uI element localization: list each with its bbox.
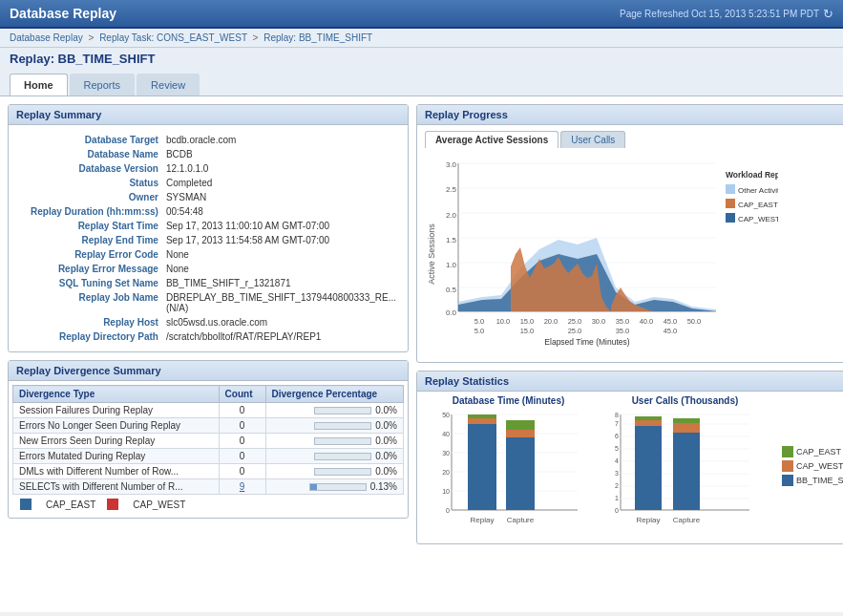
replay-progress-section: Replay Progress Average Active Sessions … [416, 104, 843, 363]
legend-swatch [107, 499, 118, 510]
summary-label: Database Target [16, 133, 162, 147]
svg-text:5.0: 5.0 [474, 327, 484, 335]
legend-bb-time-label: BB_TIME_SHI... [796, 476, 843, 485]
svg-text:CAP_WEST: CAP_WEST [738, 215, 778, 223]
svg-text:Workload Replayed: Workload Replayed [726, 170, 778, 180]
div-type: New Errors Seen During Replay [13, 434, 220, 449]
chart-tab-bar: Average Active Sessions User Calls [417, 125, 843, 148]
div-count: 0 [219, 449, 265, 464]
stats-legend: CAP_EAST CAP_WEST BB_TIME_SHI... [778, 395, 843, 536]
summary-label: Database Name [16, 147, 162, 161]
db-time-chart: Database Time (Minutes) 0 10 20 30 [425, 395, 592, 536]
app-title: Database Replay [10, 6, 116, 21]
svg-text:3: 3 [615, 470, 619, 477]
svg-text:5.0: 5.0 [474, 317, 484, 326]
svg-text:0.0: 0.0 [446, 308, 457, 317]
svg-rect-87 [673, 423, 700, 433]
user-calls-title: User Calls (Thousands) [601, 395, 769, 406]
breadcrumb: Database Replay > Replay Task: CONS_EAST… [0, 29, 843, 48]
div-type: Errors No Longer Seen During Replay [13, 418, 220, 434]
tab-reports[interactable]: Reports [70, 74, 136, 96]
replay-progress-body: Average Active Sessions User Calls Activ… [417, 125, 843, 362]
svg-text:3.0: 3.0 [446, 160, 457, 169]
breadcrumb-item-3: Replay: BB_TIME_SHIFT [263, 32, 372, 43]
svg-text:5: 5 [615, 445, 619, 452]
svg-text:0: 0 [615, 507, 619, 514]
chart-tab-avg-sessions[interactable]: Average Active Sessions [425, 131, 558, 148]
breadcrumb-sep-1: > [89, 32, 97, 43]
refresh-icon[interactable]: ↻ [823, 7, 833, 21]
svg-text:Elapsed Time (Minutes): Elapsed Time (Minutes) [544, 337, 629, 347]
tab-home[interactable]: Home [10, 74, 68, 96]
svg-text:30.0: 30.0 [592, 317, 606, 326]
legend-cap-east-label: CAP_EAST [796, 447, 841, 457]
div-pct: 0.0% [265, 403, 403, 418]
div-col-pct: Divergence Percentage [265, 386, 403, 403]
svg-rect-41 [726, 213, 735, 223]
legend-cap-west-swatch [782, 460, 793, 472]
summary-value: 00:54:48 [162, 204, 400, 219]
legend-bb-time: BB_TIME_SHI... [782, 475, 843, 486]
summary-label: Database Version [16, 161, 162, 176]
svg-text:Capture: Capture [507, 516, 535, 524]
summary-label: Replay Start Time [16, 219, 162, 233]
summary-value: None [162, 247, 400, 262]
breadcrumb-item-1[interactable]: Database Replay [10, 32, 83, 43]
summary-value: DBREPLAY_BB_TIME_SHIFT_1379440800333_RE.… [162, 290, 400, 315]
svg-text:50: 50 [442, 412, 450, 418]
replay-statistics-header: Replay Statistics [417, 372, 843, 392]
svg-text:1.5: 1.5 [446, 236, 457, 244]
legend-cap-west: CAP_WEST [782, 460, 843, 472]
div-type: Session Failures During Replay [13, 403, 220, 418]
legend-cap-east-swatch [782, 446, 793, 457]
svg-text:1: 1 [615, 495, 619, 501]
divergence-legend: CAP_EASTCAP_WEST [12, 495, 404, 514]
svg-text:15.0: 15.0 [520, 327, 535, 335]
svg-text:10.0: 10.0 [496, 317, 511, 326]
div-count: 0 [219, 434, 265, 449]
svg-rect-84 [635, 420, 662, 426]
svg-rect-60 [506, 430, 535, 437]
div-type: SELECTs with Different Number of R... [13, 479, 220, 495]
legend-bb-time-swatch [782, 475, 793, 486]
summary-label: Replay Duration (hh:mm:ss) [16, 204, 162, 219]
summary-label: Replay Error Code [16, 247, 162, 262]
svg-text:25.0: 25.0 [568, 327, 582, 335]
left-panel: Replay Summary Database Targetbcdb.oracl… [8, 104, 409, 605]
div-count: 0 [219, 418, 265, 434]
legend-label: CAP_EAST [46, 499, 95, 510]
chart-tab-user-calls[interactable]: User Calls [560, 131, 625, 148]
tab-review[interactable]: Review [137, 74, 200, 96]
svg-text:45.0: 45.0 [664, 317, 678, 326]
svg-text:15.0: 15.0 [520, 317, 535, 326]
svg-text:2.5: 2.5 [446, 185, 457, 194]
summary-value: None [162, 262, 400, 276]
div-count: 0 [219, 403, 265, 418]
refresh-text: Page Refreshed Oct 15, 2013 5:23:51 PM P… [620, 9, 819, 19]
svg-rect-39 [726, 199, 735, 208]
div-count[interactable]: 9 [219, 479, 265, 495]
breadcrumb-item-2[interactable]: Replay Task: CONS_EAST_WEST [99, 32, 247, 43]
legend-cap-east: CAP_EAST [782, 446, 843, 457]
summary-value: 12.1.0.1.0 [162, 161, 400, 176]
summary-value: BB_TIME_SHIFT_r_1321871 [162, 276, 400, 290]
summary-value: slc05wsd.us.oracle.com [162, 315, 400, 329]
svg-text:35.0: 35.0 [616, 327, 630, 335]
svg-rect-86 [673, 433, 700, 510]
main-content: Replay Summary Database Targetbcdb.oracl… [0, 96, 843, 612]
replay-summary-section: Replay Summary Database Targetbcdb.oracl… [8, 104, 409, 352]
svg-text:25.0: 25.0 [568, 317, 582, 326]
svg-text:30: 30 [442, 450, 450, 457]
div-count: 0 [219, 464, 265, 479]
svg-rect-57 [468, 418, 496, 424]
replay-summary-body: Database Targetbcdb.oracle.comDatabase N… [9, 125, 408, 351]
legend-label: CAP_WEST [133, 499, 185, 510]
summary-value: Sep 17, 2013 11:00:10 AM GMT-07:00 [162, 219, 400, 233]
replay-statistics-section: Replay Statistics Database Time (Minutes… [416, 371, 843, 544]
svg-text:0: 0 [446, 507, 450, 514]
avg-sessions-chart: Active Sessions 3.0 2.5 2.0 1.5 [417, 148, 843, 362]
db-time-svg: 0 10 20 30 40 50 [425, 410, 592, 534]
svg-text:50.0: 50.0 [687, 317, 702, 326]
svg-text:CAP_EAST: CAP_EAST [738, 201, 778, 209]
summary-label: Replay Error Message [16, 262, 162, 276]
